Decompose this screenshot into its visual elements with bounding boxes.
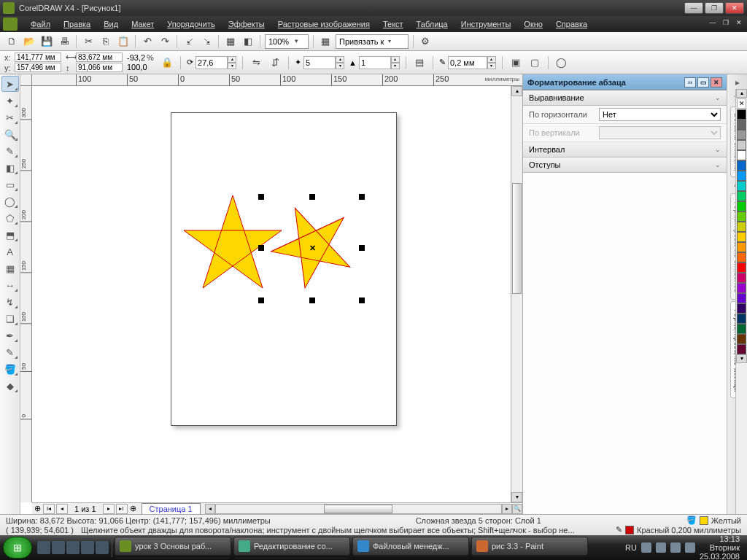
tray-icon[interactable] bbox=[641, 542, 651, 553]
eyedropper-tool[interactable]: ✒ bbox=[1, 327, 19, 343]
basic-shapes-tool[interactable]: ⬒ bbox=[1, 227, 19, 243]
drawing-viewport[interactable]: ✕ bbox=[32, 86, 522, 502]
menu-text[interactable]: Текст bbox=[377, 18, 409, 31]
ruler-horizontal[interactable]: миллиметры 10050 050 100150 200250 bbox=[32, 74, 522, 86]
x-input[interactable] bbox=[15, 52, 61, 62]
polygon-tool[interactable]: ⬠ bbox=[1, 210, 19, 226]
tray-icon[interactable] bbox=[670, 542, 681, 553]
zoom-tool[interactable]: 🔍 bbox=[1, 126, 19, 142]
selection-handle[interactable] bbox=[309, 298, 315, 303]
snap-combo[interactable]: Привязать к▾ bbox=[336, 34, 409, 49]
fill-tool[interactable]: 🪣 bbox=[1, 361, 19, 377]
height-input[interactable] bbox=[76, 63, 123, 72]
paste-button[interactable]: 📋 bbox=[116, 34, 131, 49]
ql-icon[interactable] bbox=[66, 541, 80, 554]
ql-icon[interactable] bbox=[37, 541, 50, 554]
taskbar-task[interactable]: Файловый менедж... bbox=[352, 537, 469, 556]
wrap-text-button[interactable]: ▤ bbox=[412, 55, 427, 70]
taskbar-task[interactable]: CorelDRAW X4 - [Ри... bbox=[115, 558, 231, 559]
close-button[interactable]: ✕ bbox=[725, 2, 744, 14]
freehand-tool[interactable]: ✎ bbox=[1, 143, 19, 159]
menu-help[interactable]: Справка bbox=[550, 18, 593, 31]
star-sharpness-input[interactable]: ▲ ▴▾ bbox=[349, 56, 400, 69]
color-swatch[interactable] bbox=[737, 191, 746, 201]
color-swatch[interactable] bbox=[737, 324, 746, 334]
new-button[interactable]: 🗋 bbox=[4, 34, 19, 49]
undo-button[interactable]: ↶ bbox=[140, 34, 155, 49]
selection-handle[interactable] bbox=[258, 245, 264, 251]
no-color-swatch[interactable] bbox=[737, 98, 746, 109]
docker-section-alignment[interactable]: Выравнивание⌄ bbox=[523, 90, 727, 106]
ql-icon[interactable] bbox=[96, 541, 109, 554]
outline-swatch[interactable] bbox=[625, 526, 634, 534]
print-button[interactable]: 🖶 bbox=[57, 34, 71, 49]
menu-effects[interactable]: Эффекты bbox=[222, 18, 271, 31]
menu-bitmaps[interactable]: Растровые изображения bbox=[272, 18, 376, 31]
crop-tool[interactable]: ✂ bbox=[1, 109, 19, 125]
scrollbar-vertical[interactable]: ▴▾ bbox=[511, 86, 522, 502]
to-back-button[interactable]: ▢ bbox=[527, 55, 542, 70]
nav-last-button[interactable]: ▸I bbox=[116, 504, 128, 514]
export-button[interactable]: ⭸ bbox=[199, 34, 214, 49]
page-tab[interactable]: Страница 1 bbox=[142, 503, 201, 514]
ellipse-tool[interactable]: ◯ bbox=[1, 193, 19, 209]
color-swatch[interactable] bbox=[737, 314, 746, 324]
menu-layout[interactable]: Макет bbox=[125, 18, 160, 31]
color-swatch[interactable] bbox=[737, 334, 746, 344]
outline-width-input[interactable]: ✎ ▴▾ bbox=[439, 56, 496, 69]
outline-tool[interactable]: ✎ bbox=[1, 344, 19, 360]
taskbar-task[interactable]: Редактирование со... bbox=[233, 537, 350, 556]
menu-table[interactable]: Таблица bbox=[411, 18, 454, 31]
zoom-combo[interactable]: 100%▼ bbox=[265, 34, 309, 49]
color-swatch[interactable] bbox=[737, 222, 746, 232]
width-input[interactable] bbox=[76, 52, 123, 62]
ruler-origin[interactable] bbox=[20, 74, 32, 86]
dimension-tool[interactable]: ↔ bbox=[1, 277, 19, 293]
text-tool[interactable]: A bbox=[1, 244, 19, 260]
ql-icon[interactable] bbox=[81, 541, 94, 554]
tray-icon[interactable] bbox=[656, 542, 666, 553]
color-swatch[interactable] bbox=[737, 293, 746, 303]
to-front-button[interactable]: ▣ bbox=[508, 55, 523, 70]
selection-handle[interactable] bbox=[309, 194, 315, 200]
mirror-v-button[interactable]: ⇵ bbox=[268, 55, 282, 70]
color-swatch[interactable] bbox=[737, 211, 746, 222]
menu-window[interactable]: Окно bbox=[518, 18, 549, 31]
nav-first-button[interactable]: I◂ bbox=[43, 504, 55, 514]
clock[interactable]: 13:13 Вторник 25.03.2008 bbox=[700, 534, 740, 560]
start-button[interactable]: ⊞ bbox=[3, 537, 32, 559]
selection-handle[interactable] bbox=[359, 298, 365, 303]
scrollbar-horizontal[interactable]: ◂▸ 🔍 bbox=[205, 504, 522, 514]
color-swatch[interactable] bbox=[737, 303, 746, 314]
selection-center-icon[interactable]: ✕ bbox=[309, 244, 316, 253]
import-button[interactable]: ⭹ bbox=[182, 34, 196, 49]
docker-section-spacing[interactable]: Интервал⌄ bbox=[523, 142, 727, 158]
menu-file[interactable]: Файл bbox=[25, 18, 56, 31]
add-page-after-icon[interactable]: ⊕ bbox=[128, 504, 139, 513]
nav-prev-button[interactable]: ◂ bbox=[56, 504, 68, 514]
selection-handle[interactable] bbox=[258, 194, 264, 200]
color-swatch[interactable] bbox=[737, 242, 746, 252]
lang-indicator[interactable]: RU bbox=[625, 543, 637, 552]
docker-collapse-button[interactable]: ›› bbox=[684, 77, 696, 88]
color-swatch[interactable] bbox=[737, 232, 746, 242]
docker-close-button[interactable]: ✕ bbox=[711, 77, 722, 88]
color-swatch[interactable] bbox=[737, 201, 746, 211]
palette-up-button[interactable]: ▴ bbox=[736, 89, 747, 98]
align-h-select[interactable]: Нет bbox=[599, 108, 721, 121]
redo-button[interactable]: ↷ bbox=[158, 34, 172, 49]
selection-handle[interactable] bbox=[258, 298, 264, 303]
color-swatch[interactable] bbox=[737, 109, 746, 120]
selection-handle[interactable] bbox=[359, 194, 365, 200]
lock-ratio-button[interactable]: 🔒 bbox=[160, 55, 174, 70]
mdi-minimize-icon[interactable]: — bbox=[708, 19, 718, 29]
rotation-input[interactable]: ⟳ ▴▾ bbox=[187, 56, 236, 69]
color-swatch[interactable] bbox=[737, 140, 746, 150]
color-swatch[interactable] bbox=[737, 262, 746, 273]
taskbar-task[interactable]: урок 3 Основы раб... bbox=[115, 537, 231, 556]
volume-icon[interactable] bbox=[685, 542, 695, 553]
ql-icon[interactable] bbox=[52, 541, 65, 554]
save-button[interactable]: 💾 bbox=[39, 34, 54, 49]
color-swatch[interactable] bbox=[737, 171, 746, 181]
y-input[interactable] bbox=[15, 63, 61, 72]
